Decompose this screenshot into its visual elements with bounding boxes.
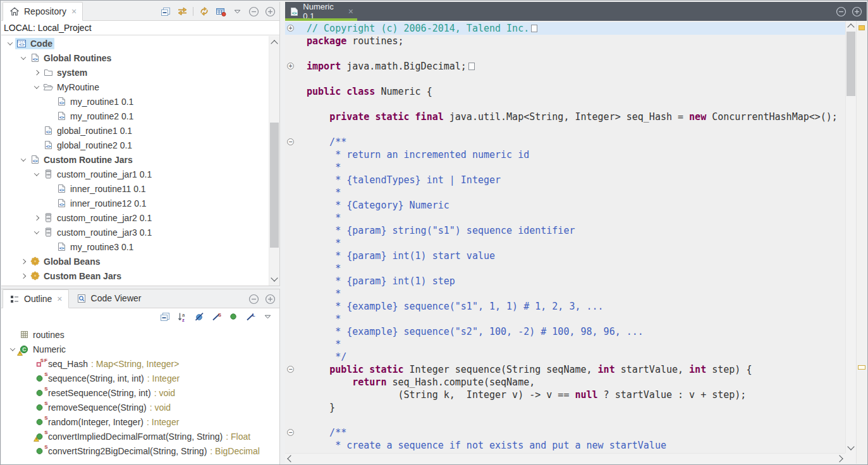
tree-item-seq-hash[interactable]: SFseq_Hash : Map<String, Integer> bbox=[1, 356, 279, 371]
code-line[interactable]: * bbox=[285, 186, 845, 199]
minimize-button[interactable] bbox=[248, 6, 259, 17]
tree-item-custom-routine-jars[interactable]: <>Custom Routine Jars bbox=[1, 152, 279, 167]
filter-table-button[interactable] bbox=[215, 6, 226, 17]
code-editor[interactable]: +// Copyright (c) 2006-2014, Talend Inc.… bbox=[285, 21, 845, 453]
hide-non-public-button[interactable] bbox=[228, 311, 239, 322]
code-line[interactable]: +// Copyright (c) 2006-2014, Talend Inc. bbox=[285, 22, 845, 35]
tree-item-global-routine1-0-1[interactable]: <>global_routine1 0.1 bbox=[1, 123, 279, 138]
repository-tree[interactable]: <>Code<>Global RoutinessystemMyRoutine<>… bbox=[1, 36, 279, 286]
fold-collapse-icon[interactable]: − bbox=[287, 429, 294, 436]
tab-outline[interactable]: Outline × bbox=[3, 289, 69, 308]
tree-item-custom-routine-jar3-0-1[interactable]: custom_routine_jar3 0.1 bbox=[1, 225, 279, 239]
tab-repository[interactable]: Repository × bbox=[3, 2, 83, 21]
code-line[interactable] bbox=[285, 98, 845, 111]
tree-item-routines[interactable]: routines bbox=[1, 327, 279, 342]
expand-chevron[interactable] bbox=[18, 56, 28, 60]
code-line[interactable]: * bbox=[285, 338, 845, 351]
close-icon[interactable]: × bbox=[71, 6, 76, 16]
code-line[interactable]: * bbox=[285, 212, 845, 224]
annotation-marker[interactable] bbox=[858, 365, 865, 370]
tree-item-code[interactable]: <>Code bbox=[1, 36, 279, 51]
close-icon[interactable]: × bbox=[57, 294, 62, 304]
code-line[interactable]: public class Numeric { bbox=[285, 85, 845, 98]
hide-fields-button[interactable] bbox=[193, 311, 205, 322]
close-icon[interactable]: × bbox=[348, 6, 353, 16]
code-line[interactable] bbox=[285, 123, 845, 136]
tree-item-my-routine3-0-1[interactable]: <>my_routine3 0.1 bbox=[1, 239, 279, 254]
editor-vertical-scrollbar[interactable] bbox=[845, 21, 856, 453]
code-line[interactable]: − public static Integer sequence(String … bbox=[285, 363, 845, 376]
tab-numeric-editor[interactable]: <> Numeric 0.1 × bbox=[285, 2, 357, 21]
view-menu-button[interactable] bbox=[262, 311, 273, 322]
maximize-button[interactable] bbox=[264, 293, 276, 305]
code-line[interactable]: * bbox=[285, 161, 845, 174]
code-line[interactable] bbox=[285, 414, 845, 426]
expand-chevron[interactable] bbox=[5, 42, 15, 45]
switch-project-button[interactable] bbox=[176, 6, 188, 17]
scroll-left-icon[interactable] bbox=[287, 455, 294, 462]
overview-ruler[interactable] bbox=[856, 21, 867, 464]
expand-chevron[interactable] bbox=[18, 158, 28, 162]
sort-alphabetically-button[interactable]: az bbox=[176, 311, 188, 322]
code-line[interactable]: */ bbox=[285, 351, 845, 363]
code-line[interactable]: * {param} int(1) start value bbox=[285, 250, 845, 262]
code-line[interactable] bbox=[285, 47, 845, 60]
code-line[interactable]: * {param} int(1) step bbox=[285, 275, 845, 287]
tree-item-custom-routine-jar2-0-1[interactable]: custom_routine_jar2 0.1 bbox=[1, 210, 279, 225]
editor-horizontal-scrollbar[interactable] bbox=[285, 453, 845, 464]
outline-tree[interactable]: routinesCNumericSFseq_Hash : Map<String,… bbox=[1, 327, 279, 465]
folded-region-marker[interactable] bbox=[531, 25, 537, 32]
tree-item-numeric[interactable]: CNumeric bbox=[1, 342, 279, 356]
code-line[interactable]: (String k, Integer v) -> v == null ? sta… bbox=[285, 389, 845, 401]
code-line[interactable]: * {Category} Numeric bbox=[285, 199, 845, 212]
code-line[interactable]: +import java.math.BigDecimal; bbox=[285, 60, 845, 73]
code-line[interactable]: * {param} string("s1") sequence identifi… bbox=[285, 224, 845, 237]
tree-item-global-routines[interactable]: <>Global Routines bbox=[1, 51, 279, 65]
code-line[interactable]: * return an incremented numeric id bbox=[285, 148, 845, 161]
code-line[interactable]: − /** bbox=[285, 426, 845, 439]
fold-collapse-icon[interactable]: − bbox=[287, 138, 294, 145]
tree-item-custom-routine-jar1-0-1[interactable]: custom_routine_jar1 0.1 bbox=[1, 167, 279, 181]
tree-item-removesequence-string[interactable]: SremoveSequence(String) : void bbox=[1, 400, 279, 414]
tree-item-resetsequence-string-int[interactable]: SresetSequence(String, int) : void bbox=[1, 385, 279, 400]
code-line[interactable]: * bbox=[285, 313, 845, 325]
code-line[interactable]: − /** bbox=[285, 136, 845, 148]
repository-scrollbar[interactable] bbox=[269, 36, 279, 286]
code-line[interactable]: } bbox=[285, 401, 845, 414]
fold-expand-icon[interactable]: + bbox=[287, 25, 294, 32]
hide-static-members-button[interactable]: S bbox=[211, 311, 222, 322]
fold-expand-icon[interactable]: + bbox=[287, 63, 294, 69]
tree-item-convertstring2bigdecimal-string-string[interactable]: SconvertString2BigDecimal(String, String… bbox=[1, 444, 279, 458]
expand-chevron[interactable] bbox=[32, 71, 42, 75]
refresh-button[interactable] bbox=[199, 6, 210, 17]
expand-chevron[interactable] bbox=[32, 85, 42, 89]
scroll-down-icon[interactable] bbox=[847, 443, 854, 450]
code-line[interactable]: * bbox=[285, 237, 845, 250]
code-line[interactable] bbox=[285, 73, 845, 85]
tree-item-inner-routine11-0-1[interactable]: <>inner_routine11 0.1 bbox=[1, 181, 279, 196]
code-line[interactable]: private static final java.util.Map<Strin… bbox=[285, 111, 845, 123]
code-line[interactable]: * {example} sequence("s2", 100, -2) # 10… bbox=[285, 325, 845, 338]
code-line[interactable]: package routines; bbox=[285, 35, 845, 47]
expand-chevron[interactable] bbox=[32, 216, 42, 220]
collapse-all-button[interactable] bbox=[160, 6, 171, 17]
code-line[interactable]: * {example} sequence("s1", 1, 1) # 1, 2,… bbox=[285, 300, 845, 313]
hide-local-types-button[interactable]: L bbox=[245, 311, 256, 322]
code-line[interactable]: return seq_Hash.compute(seqName, bbox=[285, 376, 845, 389]
minimize-button[interactable] bbox=[248, 293, 259, 305]
fold-collapse-icon[interactable]: − bbox=[287, 366, 294, 373]
tree-item-global-routine2-0-1[interactable]: <>global_routine2 0.1 bbox=[1, 138, 279, 152]
tree-item-my-routine2-0-1[interactable]: <>my_routine2 0.1 bbox=[1, 109, 279, 123]
tree-item-inner-routine12-0-1[interactable]: <>inner_routine12 0.1 bbox=[1, 196, 279, 210]
scroll-right-icon[interactable] bbox=[836, 455, 843, 462]
tree-item-system[interactable]: system bbox=[1, 65, 279, 80]
expand-chevron[interactable] bbox=[18, 260, 28, 263]
tree-item-sequence-string-int-int[interactable]: Ssequence(String, int, int) : Integer bbox=[1, 371, 279, 385]
tree-item-myroutine[interactable]: MyRoutine bbox=[1, 80, 279, 94]
minimize-button[interactable] bbox=[835, 6, 847, 17]
expand-chevron[interactable] bbox=[8, 347, 18, 351]
collapse-all-button[interactable] bbox=[159, 311, 171, 322]
scroll-up-icon[interactable] bbox=[271, 40, 278, 47]
code-line[interactable]: * {talendTypes} int | Integer bbox=[285, 174, 845, 186]
maximize-button[interactable] bbox=[264, 6, 276, 17]
